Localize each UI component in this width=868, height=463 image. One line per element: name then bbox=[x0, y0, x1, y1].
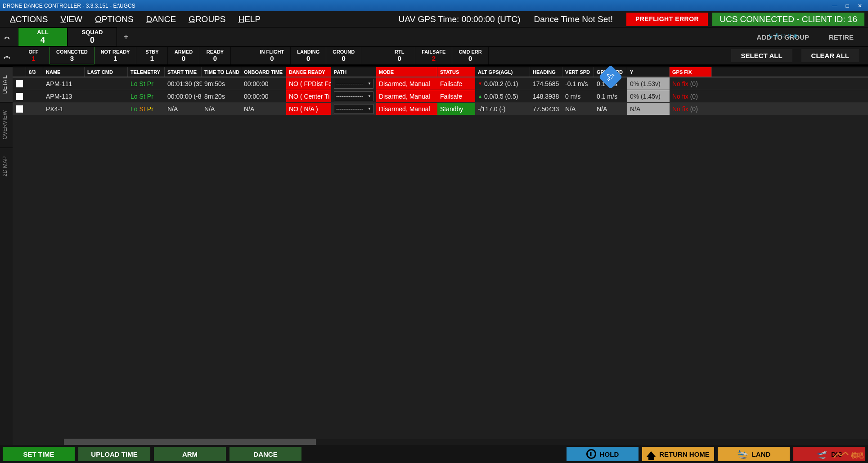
col-index: 0/3 bbox=[26, 67, 43, 77]
col-time-to-land[interactable]: TIME TO LAND bbox=[202, 67, 241, 77]
col-telemetry[interactable]: TELEMETRY bbox=[128, 67, 165, 77]
row-gspd: 0.1 m/s bbox=[594, 90, 627, 102]
col-heading[interactable]: HEADING bbox=[530, 67, 562, 77]
add-tab-button[interactable]: + bbox=[117, 27, 135, 46]
menu-view[interactable]: VIEW bbox=[54, 14, 89, 24]
menubar: ACTIONS VIEW OPTIONS DANCE GROUPS HELP U… bbox=[0, 11, 868, 27]
land-icon: 🛬 bbox=[737, 449, 748, 459]
select-all-button[interactable]: SELECT ALL bbox=[731, 49, 792, 62]
col-gps-fix[interactable]: GPS FIX bbox=[670, 67, 712, 77]
tab-squad-value: 0 bbox=[90, 36, 94, 45]
table-row[interactable]: APM-113LoStPr00:00:00 (-88m:20s00:00:00N… bbox=[13, 90, 868, 103]
side-tabs: DETAIL OVERVIEW 2D MAP bbox=[0, 67, 13, 445]
retire-button[interactable]: RETIRE bbox=[823, 31, 859, 44]
titlebar: DRONE DANCE CONTROLLER - 3.3.3.151 - E:\… bbox=[0, 0, 868, 11]
stat-in-flight[interactable]: IN FLIGHT0 bbox=[253, 47, 291, 64]
row-mode: Disarmed, Manual bbox=[376, 103, 437, 115]
stat-off[interactable]: OFF1 bbox=[18, 47, 49, 64]
clear-all-button[interactable]: CLEAR ALL bbox=[801, 49, 859, 62]
tab-all-value: 4 bbox=[40, 36, 45, 45]
sidetab-detail[interactable]: DETAIL bbox=[0, 67, 13, 102]
menu-help[interactable]: HELP bbox=[232, 14, 267, 24]
row-start-time: 00:01:30 (39 bbox=[165, 77, 202, 90]
dance-button[interactable]: DANCE bbox=[229, 447, 301, 461]
col-lastcmd[interactable]: LAST CMD bbox=[85, 67, 128, 77]
row-heading: 148.3938 bbox=[530, 90, 562, 102]
preflight-error-button[interactable]: PREFLIGHT ERROR bbox=[626, 13, 708, 26]
row-name: APM-111 bbox=[43, 77, 85, 90]
col-dance-ready[interactable]: DANCE READY bbox=[286, 67, 331, 77]
row-index bbox=[26, 90, 43, 102]
col-battery[interactable]: Y bbox=[627, 67, 670, 77]
collapse-status-icon[interactable]: ︽ bbox=[4, 51, 11, 61]
stat-stby[interactable]: STBY1 bbox=[136, 47, 168, 64]
tab-all[interactable]: ALL 4 bbox=[18, 27, 67, 46]
land-button[interactable]: 🛬LAND bbox=[718, 447, 790, 461]
stat-cmd-err[interactable]: CMD ERR0 bbox=[452, 47, 488, 64]
row-alt: ▲0.0/0.5 (0.5) bbox=[475, 90, 530, 102]
hold-button[interactable]: IIHOLD bbox=[567, 447, 639, 461]
row-index bbox=[26, 103, 43, 115]
col-start-time[interactable]: START TIME bbox=[165, 67, 202, 77]
col-onboard-time[interactable]: ONBOARD TIME bbox=[241, 67, 286, 77]
row-checkbox[interactable] bbox=[13, 103, 26, 115]
col-alt-gps[interactable]: ALT GPS(AGL) bbox=[475, 67, 530, 77]
row-checkbox[interactable] bbox=[13, 90, 26, 102]
collapse-tabs-icon[interactable]: ︽ bbox=[4, 32, 11, 41]
stat-ground[interactable]: GROUND0 bbox=[326, 47, 361, 64]
tab-squad-label: SQUAD bbox=[82, 29, 103, 36]
bottom-action-bar: SET TIME UPLOAD TIME ARM DANCE IIHOLD RE… bbox=[0, 445, 868, 463]
row-gspd: N/A bbox=[594, 103, 627, 115]
col-mode[interactable]: MODE bbox=[376, 67, 437, 77]
stat-connected[interactable]: CONNECTED3 bbox=[49, 47, 94, 64]
stat-not-ready[interactable]: NOT READY1 bbox=[94, 47, 137, 64]
close-icon[interactable]: ✕ bbox=[855, 2, 865, 10]
minimize-icon[interactable]: — bbox=[829, 2, 840, 10]
path-select[interactable]: ---------------▼ bbox=[334, 79, 373, 89]
row-path[interactable]: ---------------▼ bbox=[331, 77, 376, 90]
menu-actions[interactable]: ACTIONS bbox=[4, 14, 54, 24]
chevron-down-icon: ▼ bbox=[368, 94, 371, 98]
menu-groups[interactable]: GROUPS bbox=[182, 14, 232, 24]
scrollbar-thumb[interactable] bbox=[64, 439, 316, 445]
return-home-button[interactable]: RETURN HOME bbox=[642, 447, 714, 461]
stat-armed[interactable]: ARMED0 bbox=[168, 47, 199, 64]
horizontal-scrollbar[interactable] bbox=[64, 439, 868, 445]
upload-time-button[interactable]: UPLOAD TIME bbox=[78, 447, 150, 461]
row-path[interactable]: ---------------▼ bbox=[331, 103, 376, 115]
tab-squad[interactable]: SQUAD 0 bbox=[67, 27, 117, 46]
col-check bbox=[13, 67, 26, 77]
home-icon bbox=[647, 451, 656, 457]
path-select[interactable]: ---------------▼ bbox=[334, 91, 373, 101]
stat-landing[interactable]: LANDING0 bbox=[291, 47, 326, 64]
logo-watermark: 模吧 bbox=[833, 451, 864, 460]
row-gps-fix: No fix (0) bbox=[670, 103, 712, 115]
row-path[interactable]: ---------------▼ bbox=[331, 90, 376, 102]
path-select[interactable]: ---------------▼ bbox=[334, 104, 373, 114]
table-row[interactable]: PX4-1LoStPrN/AN/AN/ANO ( N/A )----------… bbox=[13, 103, 868, 115]
dance-time: Dance Time Not Set! bbox=[534, 14, 613, 24]
row-index bbox=[26, 77, 43, 90]
menu-options[interactable]: OPTIONS bbox=[89, 14, 140, 24]
row-checkbox[interactable] bbox=[13, 77, 26, 90]
col-vert-spd[interactable]: VERT SPD bbox=[562, 67, 594, 77]
tabs-row: ︽ ALL 4 SQUAD 0 + ⇆ Å ♡ ⚲ ◉ ADD TO GROUP… bbox=[0, 27, 868, 46]
row-onboard-time: 00:00:00 bbox=[241, 90, 286, 102]
set-time-button[interactable]: SET TIME bbox=[3, 447, 75, 461]
menu-dance[interactable]: DANCE bbox=[140, 14, 183, 24]
row-battery: 0% (1.53v) bbox=[627, 77, 670, 90]
col-status[interactable]: STATUS bbox=[437, 67, 475, 77]
row-status: Standby bbox=[437, 103, 475, 115]
col-path[interactable]: PATH bbox=[331, 67, 376, 77]
maximize-icon[interactable]: □ bbox=[842, 2, 853, 10]
sidetab-overview[interactable]: OVERVIEW bbox=[0, 102, 13, 147]
arm-button[interactable]: ARM bbox=[154, 447, 226, 461]
table-row[interactable]: APM-111LoStPr00:01:30 (399m:50s00:00:00N… bbox=[13, 77, 868, 90]
watermark-text: ⇆ Å ♡ ⚲ ◉ bbox=[769, 33, 798, 39]
stat-rtl[interactable]: RTL0 bbox=[384, 47, 415, 64]
status-row: ︽ OFF1 CONNECTED3 NOT READY1 STBY1 ARMED… bbox=[0, 46, 868, 64]
stat-failsafe[interactable]: FAILSAFE2 bbox=[415, 47, 452, 64]
sidetab-2d-map[interactable]: 2D MAP bbox=[0, 148, 13, 185]
col-name[interactable]: NAME bbox=[43, 67, 85, 77]
stat-ready[interactable]: READY0 bbox=[199, 47, 231, 64]
